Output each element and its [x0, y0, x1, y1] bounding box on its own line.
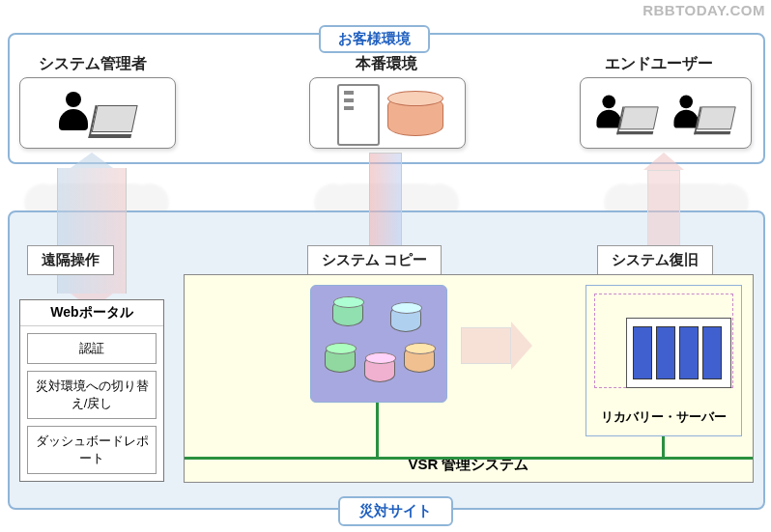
portal-item: 認証: [27, 333, 157, 364]
recovery-dashed-border: [594, 294, 733, 388]
copy-to-recovery-arrow: [461, 322, 532, 370]
connector-line: [185, 457, 753, 460]
connector-line: [662, 436, 665, 457]
disk-icon: [390, 305, 421, 332]
server-icon: [337, 84, 380, 146]
portal-title: Webポータル: [20, 300, 163, 326]
watermark: RBBTODAY.COM: [642, 2, 765, 18]
connector-line: [376, 403, 379, 457]
admin-icon: [57, 88, 144, 141]
sysrecover-label: システム復旧: [597, 245, 713, 275]
enduser-title: エンドユーザー: [605, 54, 713, 74]
prod-card: [309, 77, 466, 149]
disk-icon: [404, 346, 435, 373]
admin-card: [19, 77, 176, 149]
dr-site-tab: 災対サイト: [338, 496, 453, 526]
remote-arrow: [48, 153, 135, 309]
recovery-label: リカバリー・サーバー: [586, 408, 741, 426]
user-icon-1: [595, 92, 670, 137]
recovery-server-box: リカバリー・サーバー: [585, 285, 742, 436]
remote-label: 遠隔操作: [27, 245, 114, 275]
server-rack-icon: [626, 318, 731, 388]
portal-item: ダッシュボードレポート: [27, 426, 157, 474]
syscopy-storage: [310, 285, 447, 403]
user-icon-2: [672, 92, 747, 137]
portal-item: 災対環境への切り替え/戻し: [27, 371, 157, 419]
syscopy-label: システム コピー: [307, 245, 442, 275]
web-portal-box: Webポータル 認証 災対環境への切り替え/戻し ダッシュボードレポート: [19, 299, 164, 482]
disk-icon: [325, 346, 356, 373]
admin-title: システム管理者: [39, 54, 147, 74]
vsr-box: VSR 管理システム リカバリー・サーバー: [184, 274, 754, 483]
disk-icon: [332, 299, 363, 326]
prod-title: 本番環境: [356, 54, 417, 74]
database-icon: [387, 96, 443, 136]
enduser-card: [580, 77, 752, 149]
customer-env-tab: お客様環境: [319, 25, 430, 53]
disk-icon: [364, 355, 395, 382]
